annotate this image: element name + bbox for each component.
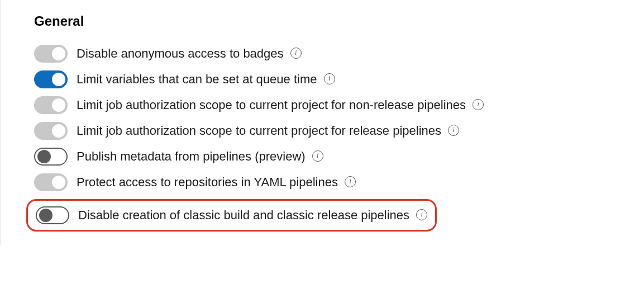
setting-label-text: Publish metadata from pipelines (preview…	[77, 149, 306, 163]
info-icon[interactable]: i	[448, 125, 459, 136]
setting-label: Limit variables that can be set at queue…	[77, 72, 335, 88]
setting-label: Disable anonymous access to badges i	[77, 46, 302, 62]
setting-label: Limit job authorization scope to current…	[77, 123, 459, 139]
info-icon[interactable]: i	[345, 176, 356, 187]
setting-label: Publish metadata from pipelines (preview…	[77, 149, 323, 165]
info-icon[interactable]: i	[290, 48, 302, 59]
info-icon[interactable]: i	[312, 150, 323, 162]
settings-panel: General Disable anonymous access to badg…	[0, 0, 644, 245]
toggle-disable-classic-pipelines[interactable]	[36, 206, 69, 224]
toggle-thumb	[52, 98, 65, 112]
setting-label-text: Limit job authorization scope to current…	[77, 98, 466, 112]
setting-protect-repo-yaml: Protect access to repositories in YAML p…	[34, 173, 610, 191]
toggle-limit-job-auth-nonrelease[interactable]	[34, 96, 68, 114]
setting-label-text: Limit variables that can be set at queue…	[77, 72, 317, 86]
setting-label-text: Disable anonymous access to badges	[77, 46, 284, 60]
setting-publish-metadata: Publish metadata from pipelines (preview…	[34, 148, 610, 166]
toggle-publish-metadata[interactable]	[34, 148, 68, 166]
setting-label-text: Disable creation of classic build and cl…	[78, 208, 409, 222]
toggle-thumb	[39, 209, 53, 222]
toggle-thumb	[52, 176, 65, 189]
info-icon[interactable]: i	[473, 99, 484, 110]
setting-label: Protect access to repositories in YAML p…	[77, 174, 356, 191]
info-icon[interactable]: i	[324, 73, 335, 84]
toggle-limit-variables-queue[interactable]	[34, 70, 68, 88]
section-title: General	[34, 13, 610, 29]
toggle-limit-job-auth-release[interactable]	[34, 122, 68, 140]
info-icon[interactable]: i	[416, 209, 427, 220]
toggle-disable-anonymous-badges[interactable]	[34, 45, 68, 63]
setting-label: Disable creation of classic build and cl…	[78, 207, 427, 224]
setting-disable-anonymous-badges: Disable anonymous access to badges i	[34, 45, 610, 63]
toggle-thumb	[52, 47, 65, 60]
highlighted-setting-box: Disable creation of classic build and cl…	[26, 199, 437, 232]
toggle-thumb	[37, 150, 51, 163]
toggle-thumb	[52, 73, 65, 86]
setting-label-text: Protect access to repositories in YAML p…	[77, 175, 338, 189]
toggle-protect-repo-yaml[interactable]	[34, 173, 68, 191]
setting-label-text: Limit job authorization scope to current…	[77, 124, 441, 138]
setting-limit-variables-queue: Limit variables that can be set at queue…	[34, 70, 610, 88]
toggle-thumb	[52, 124, 65, 138]
setting-label: Limit job authorization scope to current…	[77, 97, 484, 114]
setting-limit-job-auth-nonrelease: Limit job authorization scope to current…	[34, 96, 610, 114]
settings-list: Disable anonymous access to badges i Lim…	[34, 45, 610, 232]
setting-limit-job-auth-release: Limit job authorization scope to current…	[34, 122, 610, 140]
